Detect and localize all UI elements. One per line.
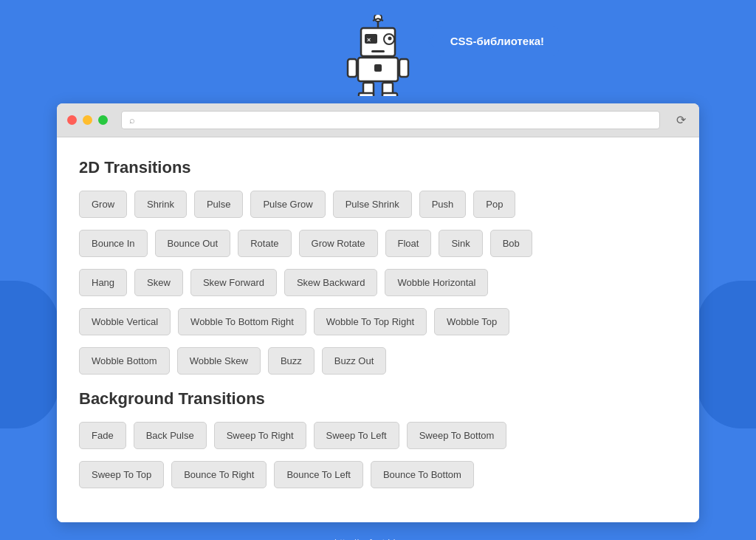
btn-wobble-vertical[interactable]: Wobble Vertical — [79, 308, 171, 335]
button-row-1: Grow Shrink Pulse Pulse Grow Pulse Shrin… — [79, 191, 677, 218]
btn-rotate[interactable]: Rotate — [238, 230, 291, 257]
browser-content: 2D Transitions Grow Shrink Pulse Pulse G… — [57, 137, 699, 522]
button-row-2: Bounce In Bounce Out Rotate Grow Rotate … — [79, 230, 677, 257]
address-input[interactable] — [140, 115, 652, 126]
btn-grow-rotate[interactable]: Grow Rotate — [299, 230, 378, 257]
btn-wobble-bottom-right[interactable]: Wobble To Bottom Right — [178, 308, 306, 335]
button-row-4: Wobble Vertical Wobble To Bottom Right W… — [79, 308, 677, 335]
btn-sweep-right[interactable]: Sweep To Right — [214, 422, 306, 449]
btn-skew[interactable]: Skew — [134, 269, 183, 296]
button-row-5: Wobble Bottom Wobble Skew Buzz Buzz Out — [79, 347, 677, 375]
btn-skew-backward[interactable]: Skew Backward — [284, 269, 377, 296]
svg-point-1 — [374, 15, 382, 21]
btn-shrink[interactable]: Shrink — [134, 191, 187, 218]
section-2d-transitions: 2D Transitions Grow Shrink Pulse Pulse G… — [79, 158, 677, 375]
address-bar: ⌕ — [121, 111, 660, 129]
browser-window: ⌕ ⟳ 2D Transitions Grow Shrink Pulse Pul… — [57, 103, 699, 522]
btn-bob[interactable]: Bob — [490, 230, 532, 257]
traffic-light-red[interactable] — [67, 115, 77, 125]
browser-titlebar: ⌕ ⟳ — [57, 103, 699, 137]
btn-sink[interactable]: Sink — [439, 230, 482, 257]
section-bg-transitions: Background Transitions Fade Back Pulse S… — [79, 389, 677, 488]
speech-bubble: CSS-библиотека! — [436, 26, 559, 56]
btn-skew-forward[interactable]: Skew Forward — [190, 269, 277, 296]
btn-pulse[interactable]: Pulse — [194, 191, 244, 218]
btn-fade[interactable]: Fade — [79, 422, 126, 449]
btn-bounce-right[interactable]: Bounce To Right — [171, 461, 267, 488]
button-row-3: Hang Skew Skew Forward Skew Backward Wob… — [79, 269, 677, 296]
traffic-light-yellow[interactable] — [83, 115, 92, 125]
footer: http://gefast-ide.com — [334, 537, 422, 540]
btn-pop[interactable]: Pop — [473, 191, 515, 218]
footer-url: http://gefast-ide.com — [334, 537, 422, 540]
traffic-light-green[interactable] — [98, 115, 108, 125]
robot-mascot: × — [345, 15, 411, 96]
svg-rect-13 — [399, 59, 408, 77]
btn-sweep-top[interactable]: Sweep To Top — [79, 461, 164, 488]
svg-rect-11 — [374, 64, 382, 72]
section-2d-title: 2D Transitions — [79, 158, 677, 177]
btn-float[interactable]: Float — [385, 230, 432, 257]
svg-point-8 — [388, 37, 392, 41]
btn-wobble-top-right[interactable]: Wobble To Top Right — [314, 308, 427, 335]
btn-back-pulse[interactable]: Back Pulse — [134, 422, 207, 449]
btn-grow[interactable]: Grow — [79, 191, 127, 218]
btn-pulse-grow[interactable]: Pulse Grow — [250, 191, 325, 218]
btn-wobble-skew[interactable]: Wobble Skew — [177, 347, 261, 375]
svg-rect-9 — [371, 50, 385, 52]
btn-buzz-out[interactable]: Buzz Out — [322, 347, 386, 375]
bg-button-row-2: Sweep To Top Bounce To Right Bounce To L… — [79, 461, 677, 488]
btn-buzz[interactable]: Buzz — [268, 347, 315, 375]
svg-text:×: × — [367, 36, 371, 44]
btn-bounce-out[interactable]: Bounce Out — [155, 230, 231, 257]
reload-button[interactable]: ⟳ — [673, 113, 689, 127]
btn-wobble-top[interactable]: Wobble Top — [434, 308, 509, 335]
btn-bounce-bottom[interactable]: Bounce To Bottom — [371, 461, 474, 488]
svg-rect-17 — [382, 93, 397, 96]
svg-rect-15 — [359, 93, 374, 96]
btn-pulse-shrink[interactable]: Pulse Shrink — [333, 191, 412, 218]
btn-bounce-in[interactable]: Bounce In — [79, 230, 148, 257]
btn-wobble-bottom[interactable]: Wobble Bottom — [79, 347, 170, 375]
search-icon: ⌕ — [129, 115, 135, 126]
btn-sweep-left[interactable]: Sweep To Left — [314, 422, 399, 449]
bg-button-row-1: Fade Back Pulse Sweep To Right Sweep To … — [79, 422, 677, 449]
section-bg-title: Background Transitions — [79, 389, 677, 409]
btn-hang[interactable]: Hang — [79, 269, 127, 296]
btn-wobble-horizontal[interactable]: Wobble Horizontal — [385, 269, 488, 296]
btn-sweep-bottom[interactable]: Sweep To Bottom — [407, 422, 507, 449]
btn-push[interactable]: Push — [419, 191, 467, 218]
svg-rect-12 — [348, 59, 357, 77]
btn-bounce-left[interactable]: Bounce To Left — [274, 461, 363, 488]
